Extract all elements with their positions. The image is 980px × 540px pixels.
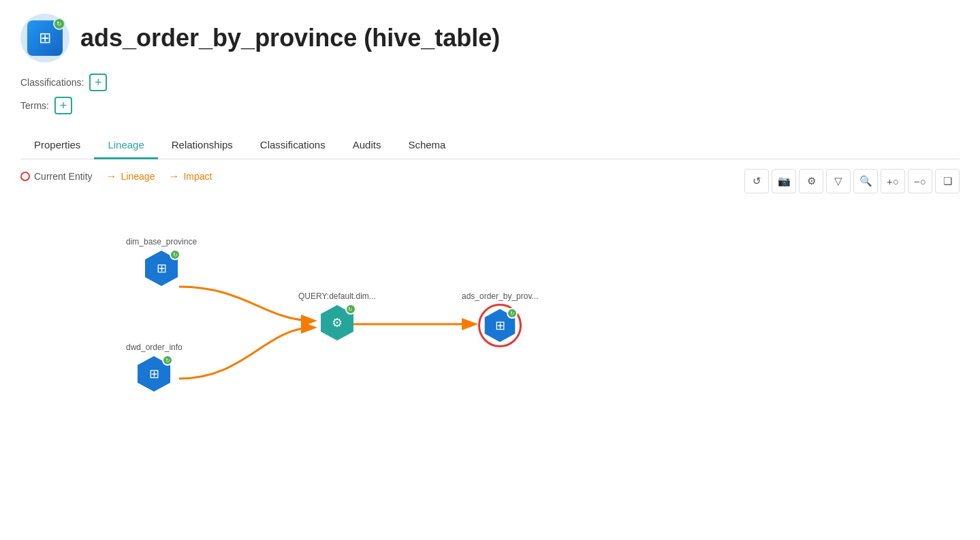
node-dwd-order-info[interactable]: dwd_order_info ⊞ ↻ (126, 343, 183, 393)
zoom-out-button[interactable]: −○ (908, 169, 932, 193)
table-icon-2: ⊞ (149, 366, 159, 381)
lineage-panel: Current Entity → Lineage → Impact ↺ 📷 ⚙ … (0, 159, 980, 500)
page-title: ads_order_by_province (hive_table) (80, 24, 500, 52)
settings-button[interactable]: ⚙ (799, 169, 823, 193)
refresh-icon: ↺ (753, 175, 761, 187)
refresh-button[interactable]: ↺ (744, 169, 769, 193)
node-badge-process: ↻ (345, 304, 356, 315)
tab-lineage[interactable]: Lineage (94, 132, 157, 159)
gear-icon: ⚙ (807, 175, 816, 187)
terms-label: Terms: (20, 100, 49, 111)
grid-icon: ⊞ (39, 29, 51, 47)
tab-relationships[interactable]: Relationships (158, 132, 247, 159)
filter-icon: ▽ (834, 175, 842, 187)
tab-audits[interactable]: Audits (339, 132, 395, 159)
legend-lineage-label: Lineage (121, 171, 155, 182)
legend-current-entity-label: Current Entity (34, 171, 93, 182)
node-ads-order-by-prov[interactable]: ads_order_by_prov... ⊞ ↻ (462, 291, 539, 347)
node-query-process[interactable]: QUERY:default.dim... ⚙ ↻ (298, 291, 376, 342)
zoom-fit-button[interactable]: 🔍 (853, 169, 878, 193)
tab-properties[interactable]: Properties (20, 132, 94, 159)
node-dwd-order-info-label: dwd_order_info (126, 343, 183, 352)
classifications-label: Classifications: (20, 77, 84, 88)
legend-impact-label: Impact (183, 171, 212, 182)
add-term-button[interactable]: + (54, 97, 72, 114)
node-dim-base-province-label: dim_base_province (126, 237, 197, 247)
node-query-process-label: QUERY:default.dim... (298, 291, 376, 301)
search-icon: 🔍 (859, 175, 872, 187)
entity-badge: ↻ (53, 18, 65, 30)
impact-arrow-icon: → (168, 170, 179, 182)
gear-process-icon: ⚙ (332, 315, 343, 330)
fullscreen-button[interactable]: ❏ (935, 169, 960, 193)
legend-impact: → Impact (168, 170, 212, 182)
add-classification-button[interactable]: + (89, 74, 107, 91)
meta-section: Classifications: + Terms: + (20, 74, 960, 114)
screenshot-button[interactable]: 📷 (772, 169, 796, 193)
node-query-process-icon: ⚙ ↻ (318, 304, 356, 342)
legend-lineage: → Lineage (106, 170, 155, 182)
fullscreen-icon: ❏ (943, 175, 952, 187)
zoom-in-button[interactable]: +○ (881, 169, 905, 193)
lineage-arrow-icon: → (106, 170, 117, 182)
node-ads-order-by-prov-icon: ⊞ ↻ (482, 308, 518, 343)
toolbar-buttons: ↺ 📷 ⚙ ▽ 🔍 +○ −○ ❏ (744, 169, 960, 193)
camera-icon: 📷 (778, 175, 791, 187)
current-entity-ring: ⊞ ↻ (478, 304, 522, 347)
tab-schema[interactable]: Schema (394, 132, 459, 159)
classifications-row: Classifications: + (20, 74, 960, 91)
graph-canvas[interactable]: dim_base_province ⊞ ↻ dwd_order_info ⊞ ↻ (20, 196, 960, 489)
entity-icon-circle: ⊞ ↻ (20, 14, 69, 63)
filter-button[interactable]: ▽ (826, 169, 851, 193)
entity-icon: ⊞ ↻ (27, 20, 63, 56)
zoom-out-icon: −○ (914, 176, 926, 187)
tabs-bar: Properties Lineage Relationships Classif… (20, 132, 960, 159)
node-dim-base-province[interactable]: dim_base_province ⊞ ↻ (126, 237, 197, 287)
node-badge: ↻ (170, 249, 180, 260)
terms-row: Terms: + (20, 97, 960, 114)
legend-current-entity: Current Entity (20, 171, 93, 182)
zoom-in-icon: +○ (887, 176, 899, 187)
node-dwd-order-info-icon: ⊞ ↻ (135, 355, 173, 393)
node-ads-order-by-prov-label: ads_order_by_prov... (462, 291, 539, 301)
table-icon: ⊞ (157, 261, 167, 276)
current-entity-dot (20, 172, 30, 181)
tab-classifications[interactable]: Classifications (247, 132, 339, 159)
table-icon-current: ⊞ (495, 318, 505, 333)
node-dim-base-province-icon: ⊞ ↻ (142, 249, 180, 287)
